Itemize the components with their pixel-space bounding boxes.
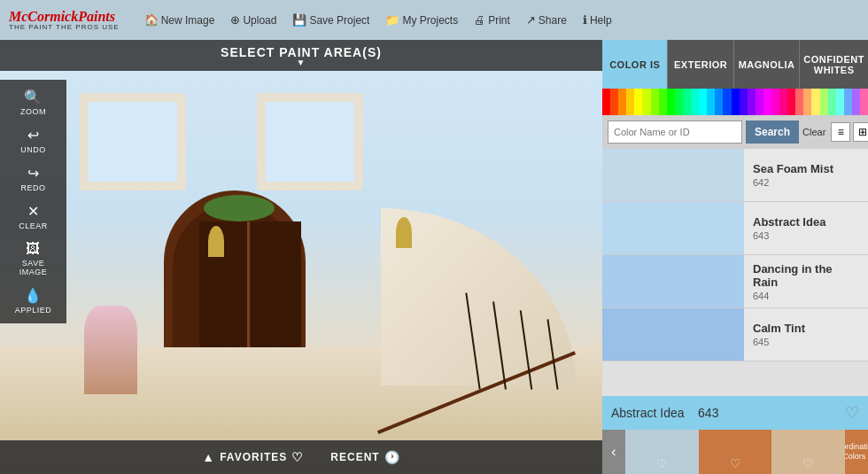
tab-confident-whites[interactable]: CONFIDENT WHITES — [800, 40, 868, 89]
coordinating-bar: ‹ ♡♡♡ CoordinatingColors › — [602, 430, 868, 474]
strip-color-swatch[interactable] — [740, 89, 748, 115]
color-swatch — [602, 308, 744, 361]
nav-new-image[interactable]: 🏠 New Image — [144, 13, 215, 27]
strip-color-swatch[interactable] — [779, 89, 787, 115]
color-list-item[interactable]: Dancing in the Rain644 — [602, 255, 868, 308]
nav-print-label: Print — [488, 14, 510, 27]
nav-save-project[interactable]: 💾 Save Project — [292, 13, 369, 27]
coord-nav-left-button[interactable]: ‹ — [602, 430, 625, 474]
strip-color-swatch[interactable] — [675, 89, 683, 115]
strip-color-swatch[interactable] — [642, 89, 650, 115]
strip-color-swatch[interactable] — [771, 89, 779, 115]
color-list-item[interactable]: Calm Tint645 — [602, 308, 868, 361]
selected-color-bar: Abstract Idea 643 ♡ — [602, 396, 868, 430]
nav-share[interactable]: ↗ Share — [526, 13, 567, 27]
strip-color-swatch[interactable] — [723, 89, 731, 115]
color-name: Dancing in the Rain — [753, 262, 859, 289]
strip-color-swatch[interactable] — [667, 89, 675, 115]
strip-color-swatch[interactable] — [626, 89, 634, 115]
coord-color-swatch[interactable]: ♡ — [771, 430, 845, 474]
strip-color-swatch[interactable] — [811, 89, 819, 115]
clear-button[interactable]: Clear — [802, 120, 825, 144]
strip-color-swatch[interactable] — [651, 89, 659, 115]
search-input[interactable] — [608, 120, 742, 144]
color-list-item[interactable]: Sea Foam Mist642 — [602, 149, 868, 202]
strip-color-swatch[interactable] — [852, 89, 860, 115]
window-right — [257, 93, 363, 190]
tool-redo[interactable]: ↪ REDO — [0, 160, 66, 197]
strip-color-swatch[interactable] — [659, 89, 667, 115]
strip-color-swatch[interactable] — [748, 89, 756, 115]
strip-color-swatch[interactable] — [634, 89, 642, 115]
redo-icon: ↪ — [27, 165, 40, 182]
strip-color-swatch[interactable] — [844, 89, 852, 115]
coord-heart-icon[interactable]: ♡ — [656, 456, 668, 470]
clock-icon: 🕐 — [384, 450, 400, 464]
list-view-button[interactable]: ≡ — [831, 122, 850, 142]
tab-confident-whites-label: CONFIDENT WHITES — [803, 54, 864, 75]
view-icons: ≡ ⊞ — [831, 122, 868, 142]
strip-color-swatch[interactable] — [707, 89, 715, 115]
coord-heart-icon[interactable]: ♡ — [730, 456, 741, 470]
house-image[interactable] — [0, 40, 602, 474]
favorites-button[interactable]: ▲ FAVORITES ♡ — [202, 450, 304, 464]
selected-id: 643 — [698, 406, 718, 420]
logo: McCormickPaints THE PAINT THE PROS USE — [9, 10, 120, 31]
tool-save-image-label: SAVE IMAGE — [7, 259, 59, 276]
tab-exterior[interactable]: EXTERIOR — [668, 40, 733, 89]
strip-color-swatch[interactable] — [602, 89, 610, 115]
strip-color-swatch[interactable] — [860, 89, 868, 115]
tool-applied[interactable]: 💧 APPLIED — [0, 283, 66, 319]
strip-color-swatch[interactable] — [618, 89, 626, 115]
tool-zoom[interactable]: 🔍 ZOOM — [0, 84, 66, 120]
applied-icon: 💧 — [24, 287, 43, 304]
undo-icon: ↩ — [27, 127, 40, 144]
strip-color-swatch[interactable] — [803, 89, 811, 115]
tab-color-is[interactable]: COLOR IS — [602, 40, 668, 89]
color-list: Sea Foam Mist642Abstract Idea643Dancing … — [602, 149, 868, 396]
strip-color-swatch[interactable] — [610, 89, 618, 115]
share-icon: ↗ — [526, 13, 536, 27]
strip-color-swatch[interactable] — [683, 89, 691, 115]
nav-my-projects[interactable]: 📁 My Projects — [385, 13, 458, 27]
strip-color-swatch[interactable] — [715, 89, 723, 115]
logo-text-mccormick: McCormick — [9, 9, 78, 24]
strip-color-swatch[interactable] — [795, 89, 803, 115]
nav-help[interactable]: ℹ Help — [583, 13, 612, 27]
strip-color-swatch[interactable] — [836, 89, 844, 115]
strip-color-swatch[interactable] — [787, 89, 795, 115]
tab-magnolia[interactable]: MAGNOLIA — [734, 40, 800, 89]
color-list-item[interactable]: Abstract Idea643 — [602, 202, 868, 255]
strip-color-swatch[interactable] — [691, 89, 699, 115]
strip-color-swatch[interactable] — [820, 89, 828, 115]
tool-clear[interactable]: ✕ CLEAR — [0, 198, 66, 235]
tools-sidebar: 🔍 ZOOM ↩ UNDO ↪ REDO ✕ CLEAR 🖼 SAVE IMAG… — [0, 80, 66, 323]
nav-upload[interactable]: ⊕ Upload — [230, 13, 276, 27]
strip-color-swatch[interactable] — [732, 89, 740, 115]
clear-button-label: Clear — [802, 127, 825, 137]
favorite-heart-icon[interactable]: ♡ — [845, 403, 859, 423]
color-id: 642 — [753, 177, 859, 188]
recent-button[interactable]: RECENT 🕐 — [330, 450, 399, 464]
coord-heart-icon[interactable]: ♡ — [802, 456, 814, 470]
coord-color-swatch[interactable]: ♡ — [699, 430, 772, 474]
strip-color-swatch[interactable] — [828, 89, 836, 115]
coord-nav-right-button[interactable]: CoordinatingColors › — [845, 430, 868, 474]
favorites-label: FAVORITES — [220, 451, 287, 463]
tool-undo[interactable]: ↩ UNDO — [0, 122, 66, 159]
strip-color-swatch[interactable] — [699, 89, 707, 115]
search-button[interactable]: Search — [746, 120, 799, 144]
strip-color-swatch[interactable] — [756, 89, 763, 115]
search-button-label: Search — [755, 126, 790, 138]
tool-save-image[interactable]: 🖼 SAVE IMAGE — [0, 237, 66, 281]
tab-bar: COLOR IS EXTERIOR MAGNOLIA CONFIDENT WHI… — [602, 40, 868, 89]
strip-color-swatch[interactable] — [763, 89, 771, 115]
coord-color-swatch[interactable]: ♡ — [625, 430, 699, 474]
nav-print[interactable]: 🖨 Print — [474, 13, 510, 27]
selected-color-text: Abstract Idea 643 — [611, 406, 718, 420]
color-swatch — [602, 255, 744, 307]
save-icon: 💾 — [292, 13, 306, 27]
grid-view-button[interactable]: ⊞ — [853, 122, 868, 142]
coordinating-swatches: ♡♡♡ — [625, 430, 845, 474]
tab-color-is-label: COLOR IS — [609, 59, 660, 70]
